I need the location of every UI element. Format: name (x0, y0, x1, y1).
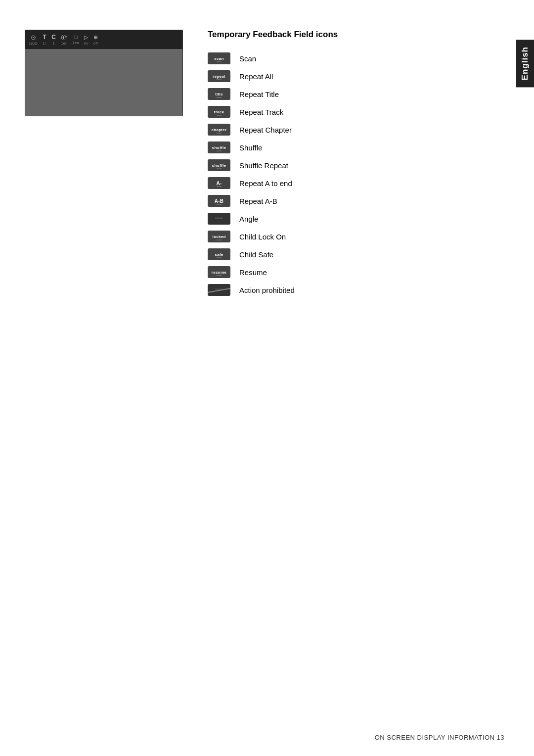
list-item: chapter ≈≈≈ Repeat Chapter (208, 121, 507, 139)
osd-audio-icon: ((ᵉ 1en (61, 34, 67, 46)
section-title: Temporary Feedback Field icons (208, 30, 507, 40)
list-item: ≈≈≈≈ Angle (208, 210, 507, 228)
repeat-all-badge: repeat ≈≈≈ (208, 70, 230, 82)
list-item: A- ≈≈≈ Repeat A to end (208, 174, 507, 192)
resume-label: Resume (239, 268, 267, 277)
repeat-chapter-label: Repeat Chapter (239, 126, 292, 134)
repeat-title-badge: title ≈≈≈ (208, 88, 230, 100)
icon-list: scan ≈≈≈ Scan repeat ≈≈≈ Repeat All titl… (208, 49, 507, 299)
resume-badge: resume ≈≈≈ (208, 266, 230, 278)
child-safe-label: Child Safe (239, 250, 273, 259)
scan-label: Scan (239, 54, 256, 63)
list-item: repeat ≈≈≈ Repeat All (208, 67, 507, 85)
repeat-chapter-badge: chapter ≈≈≈ (208, 124, 230, 136)
osd-body (25, 49, 182, 116)
osd-preview: ⊙ DVD T 1↕ C 1 ((ᵉ 1en □ 1en ▷ no ⊕ off (25, 30, 183, 116)
osd-repeat-icon: ▷ no (84, 34, 89, 46)
list-item: ≈≈≈≈ Action prohibited (208, 281, 507, 299)
list-item: scan ≈≈≈ Scan (208, 49, 507, 67)
list-item: safe ≈≈≈ Child Safe (208, 245, 507, 263)
child-safe-badge: safe ≈≈≈ (208, 248, 230, 260)
osd-dvd-icon: ⊙ DVD (29, 34, 38, 46)
list-item: locked ≈≈≈ Child Lock On (208, 228, 507, 245)
list-item: resume ≈≈≈ Resume (208, 263, 507, 281)
repeat-track-label: Repeat Track (239, 108, 283, 116)
child-lock-badge: locked ≈≈≈ (208, 231, 230, 242)
list-item: shuffle ≈≈≈ Shuffle (208, 139, 507, 156)
action-prohibited-label: Action prohibited (239, 286, 295, 294)
shuffle-repeat-label: Shuffle Repeat (239, 161, 288, 170)
osd-zoom-icon: ⊕ off (93, 34, 98, 46)
list-item: title ≈≈≈ Repeat Title (208, 85, 507, 103)
osd-toolbar: ⊙ DVD T 1↕ C 1 ((ᵉ 1en □ 1en ▷ no ⊕ off (25, 30, 182, 49)
osd-sub-icon: □ 1en (72, 34, 79, 45)
repeat-a-end-label: Repeat A to end (239, 179, 292, 188)
shuffle-badge: shuffle ≈≈≈ (208, 142, 230, 153)
footer-text: ON SCREEN DISPLAY INFORMATION 13 (375, 734, 504, 741)
repeat-ab-badge: A-B ≈≈≈ (208, 195, 230, 207)
shuffle-repeat-badge: shuffle ≈≈≈ (208, 159, 230, 171)
angle-label: Angle (239, 215, 258, 223)
osd-title-icon: T 1↕ (43, 34, 46, 46)
list-item: shuffle ≈≈≈ Shuffle Repeat (208, 156, 507, 174)
repeat-all-label: Repeat All (239, 72, 273, 81)
repeat-ab-label: Repeat A-B (239, 197, 277, 205)
child-lock-label: Child Lock On (239, 233, 286, 241)
repeat-title-label: Repeat Title (239, 90, 279, 98)
list-item: track ≈≈≈ Repeat Track (208, 103, 507, 121)
shuffle-label: Shuffle (239, 143, 262, 152)
angle-badge: ≈≈≈≈ (208, 213, 230, 225)
repeat-a-end-badge: A- ≈≈≈ (208, 177, 230, 189)
prohibited-badge: ≈≈≈≈ (208, 284, 230, 296)
list-item: A-B ≈≈≈ Repeat A-B (208, 192, 507, 210)
main-content: Temporary Feedback Field icons scan ≈≈≈ … (208, 30, 507, 716)
scan-badge: scan ≈≈≈ (208, 52, 230, 64)
osd-chapter-icon: C 1 (51, 34, 56, 46)
repeat-track-badge: track ≈≈≈ (208, 106, 230, 118)
language-tab: English (516, 40, 534, 87)
